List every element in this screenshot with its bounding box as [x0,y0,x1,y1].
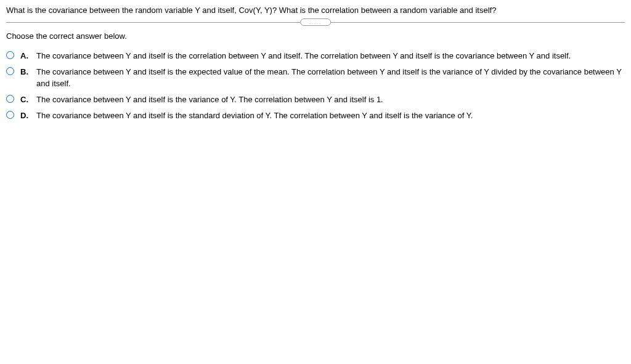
option-text: The covariance between Y and itself is t… [36,67,625,89]
option-letter: D. [20,110,29,121]
option-letter: B. [20,67,29,78]
options-container: A. The covariance between Y and itself i… [0,47,631,130]
radio-option-c[interactable] [6,95,14,103]
instruction-text: Choose the correct answer below. [0,23,631,47]
option-text: The covariance between Y and itself is t… [36,51,625,62]
radio-option-a[interactable] [6,51,14,59]
section-divider: ..... [6,22,625,23]
option-text: The covariance between Y and itself is t… [36,94,625,105]
option-text: The covariance between Y and itself is t… [36,110,625,121]
option-letter: C. [20,94,29,105]
radio-option-b[interactable] [6,67,14,75]
option-row: A. The covariance between Y and itself i… [6,51,625,62]
option-letter: A. [20,51,29,62]
expand-pill[interactable]: ..... [300,18,331,26]
question-text: What is the covariance between the rando… [0,0,631,21]
option-row: C. The covariance between Y and itself i… [6,94,625,105]
option-row: D. The covariance between Y and itself i… [6,110,625,121]
option-row: B. The covariance between Y and itself i… [6,67,625,89]
radio-option-d[interactable] [6,111,14,119]
